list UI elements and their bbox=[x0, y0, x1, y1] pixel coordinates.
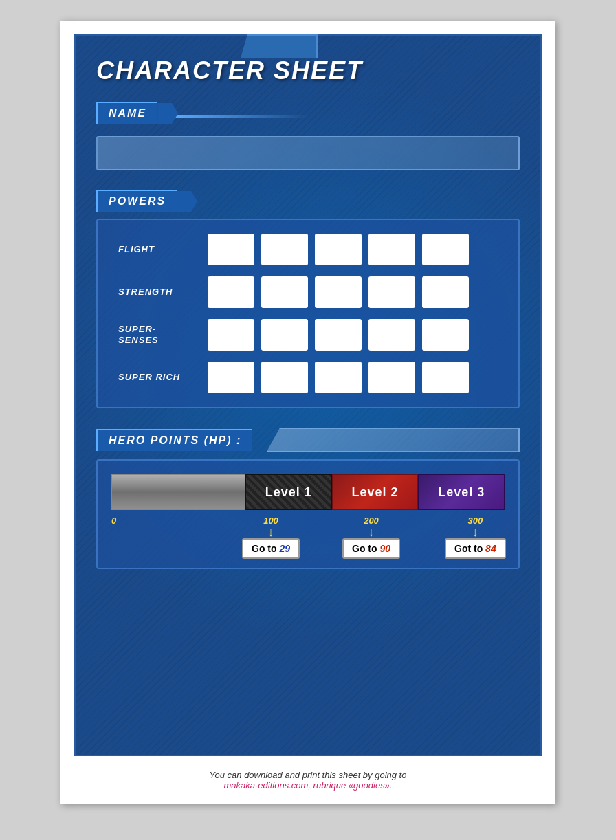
level3-label: Level 3 bbox=[438, 485, 485, 500]
hp-bar-level1: Level 1 bbox=[245, 474, 332, 510]
name-section: NAME bbox=[96, 102, 520, 170]
name-input-field[interactable] bbox=[96, 136, 520, 170]
name-label-bar bbox=[171, 115, 309, 118]
scale-300-arrow: ↓ bbox=[472, 526, 478, 538]
powers-section: POWERS FLIGHT STRENGTH bbox=[96, 190, 520, 408]
scale-100-arrow: ↓ bbox=[268, 526, 274, 538]
scale-300: 300 ↓ Got to 84 bbox=[445, 516, 506, 559]
power-box[interactable] bbox=[422, 276, 469, 308]
level2-label: Level 2 bbox=[351, 485, 398, 500]
power-box[interactable] bbox=[208, 319, 254, 351]
name-label-row: NAME bbox=[96, 102, 520, 131]
power-name-supersenses: SUPER-SENSES bbox=[118, 324, 208, 345]
hp-bar-level3: Level 3 bbox=[418, 474, 505, 510]
goto-btn-90[interactable]: Go to 90 bbox=[342, 538, 400, 559]
power-boxes-supersenses bbox=[208, 319, 498, 351]
powers-box: FLIGHT STRENGTH bbox=[96, 219, 520, 408]
hp-value-field[interactable] bbox=[266, 428, 520, 452]
page-wrapper: CHARACTER SHEET NAME POWERS FLIGHT bbox=[60, 21, 556, 804]
power-box[interactable] bbox=[208, 276, 254, 308]
power-name-superrich: SUPER RICH bbox=[118, 372, 208, 383]
scale-0-value: 0 bbox=[111, 516, 116, 526]
power-name-strength: STRENGTH bbox=[118, 287, 208, 298]
goto-btn-84[interactable]: Got to 84 bbox=[445, 538, 506, 559]
hp-bar-level2: Level 2 bbox=[332, 474, 419, 510]
hp-label: HERO POINTS (HP) : bbox=[96, 429, 252, 451]
scale-100: 100 ↓ Go to 29 bbox=[242, 516, 300, 559]
power-row-flight: FLIGHT bbox=[118, 234, 498, 265]
goto-num-29: 29 bbox=[279, 543, 290, 554]
power-box[interactable] bbox=[315, 362, 362, 393]
name-label: NAME bbox=[96, 102, 157, 124]
hp-section: HERO POINTS (HP) : Level 1 Level 2 Level… bbox=[96, 428, 520, 569]
power-row-supersenses: SUPER-SENSES bbox=[118, 319, 498, 351]
scale-0: 0 bbox=[111, 516, 116, 526]
power-box[interactable] bbox=[315, 276, 362, 308]
power-box[interactable] bbox=[261, 234, 308, 265]
card-title: CHARACTER SHEET bbox=[96, 56, 520, 85]
power-box[interactable] bbox=[422, 234, 469, 265]
power-box[interactable] bbox=[422, 362, 469, 393]
power-name-flight: FLIGHT bbox=[118, 244, 208, 255]
power-boxes-flight bbox=[208, 234, 498, 265]
scale-200-value: 200 bbox=[364, 516, 379, 526]
hp-bar-gray bbox=[111, 474, 245, 510]
goto-num-90: 90 bbox=[380, 543, 390, 554]
power-box[interactable] bbox=[261, 276, 308, 308]
scale-100-value: 100 bbox=[263, 516, 278, 526]
power-box[interactable] bbox=[368, 234, 415, 265]
hp-scale-area: 0 100 ↓ Go to 29 200 ↓ bbox=[111, 516, 505, 554]
power-row-strength: STRENGTH bbox=[118, 276, 498, 308]
power-box[interactable] bbox=[368, 362, 415, 393]
scale-200: 200 ↓ Go to 90 bbox=[342, 516, 400, 559]
scale-300-value: 300 bbox=[468, 516, 483, 526]
power-box[interactable] bbox=[208, 234, 254, 265]
power-box[interactable] bbox=[261, 319, 308, 351]
hp-label-row: HERO POINTS (HP) : bbox=[96, 428, 520, 452]
power-boxes-superrich bbox=[208, 362, 498, 393]
power-box[interactable] bbox=[261, 362, 308, 393]
power-box[interactable] bbox=[422, 319, 469, 351]
goto-btn-29[interactable]: Go to 29 bbox=[242, 538, 300, 559]
power-box[interactable] bbox=[208, 362, 254, 393]
footer-link[interactable]: makaka-editions.com, rubrique «goodies». bbox=[224, 780, 393, 791]
power-boxes-strength bbox=[208, 276, 498, 308]
hp-bar-container: Level 1 Level 2 Level 3 bbox=[111, 474, 505, 510]
power-box[interactable] bbox=[368, 319, 415, 351]
footer: You can download and print this sheet by… bbox=[74, 770, 542, 791]
power-box[interactable] bbox=[315, 319, 362, 351]
powers-label: POWERS bbox=[96, 190, 177, 212]
character-card: CHARACTER SHEET NAME POWERS FLIGHT bbox=[74, 34, 542, 756]
level1-label: Level 1 bbox=[265, 485, 312, 500]
hp-box: Level 1 Level 2 Level 3 0 bbox=[96, 459, 520, 569]
footer-text: You can download and print this sheet by… bbox=[210, 770, 407, 780]
power-row-superrich: SUPER RICH bbox=[118, 362, 498, 393]
power-box[interactable] bbox=[315, 234, 362, 265]
power-box[interactable] bbox=[368, 276, 415, 308]
scale-200-arrow: ↓ bbox=[368, 526, 375, 538]
goto-num-84: 84 bbox=[485, 543, 496, 554]
